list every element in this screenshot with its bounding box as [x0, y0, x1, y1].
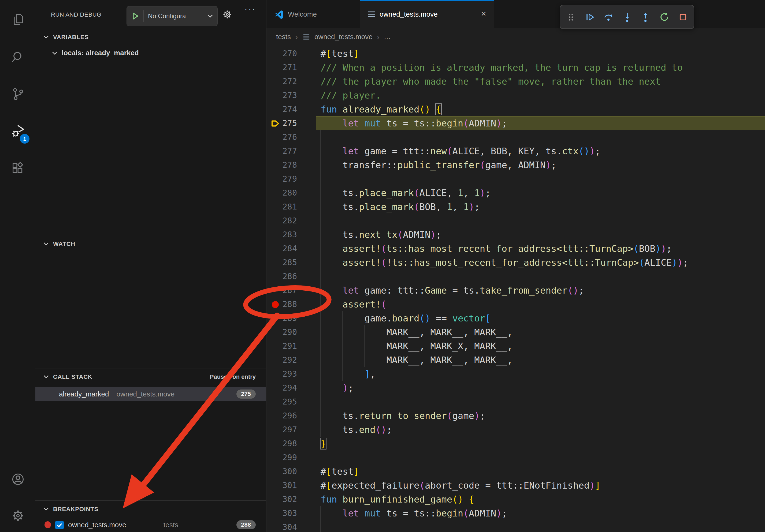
continue-button[interactable] [582, 7, 598, 27]
code-text: MARK__, MARK_X, MARK__, [321, 339, 512, 353]
code-line-293[interactable]: 293 ], [267, 367, 765, 381]
code-line-274[interactable]: 274fun already_marked() { [267, 102, 765, 116]
code-line-302[interactable]: 302fun burn_unfinished_game() { [267, 492, 765, 506]
token-pl: ; [666, 243, 672, 254]
code-line-298[interactable]: 298} [267, 437, 765, 450]
stop-button[interactable] [675, 7, 691, 27]
tab-owned-tests-move[interactable]: owned_tests.move × [360, 0, 494, 28]
run-and-debug-icon[interactable]: 1 [0, 116, 35, 146]
code-line-301[interactable]: 301#[expected_failure(abort_code = ttt::… [267, 478, 765, 492]
code-line-304[interactable]: 304 [267, 520, 765, 532]
code-line-296[interactable]: 296 ts.return_to_sender(game); [267, 409, 765, 423]
breadcrumb-more[interactable]: … [384, 33, 391, 41]
indent-guide [320, 395, 321, 409]
token-fn: ts::has_most_recent_for_address<ttt::Tur… [386, 243, 633, 254]
code-line-278[interactable]: 278 transfer::public_transfer(game, ADMI… [267, 158, 765, 172]
code-line-295[interactable]: 295 [267, 395, 765, 409]
step-into-button[interactable] [619, 7, 635, 27]
breakpoints-section-header[interactable]: BREAKPOINTS [35, 501, 266, 516]
code-text: let game = ttt::new(ALICE, BOB, KEY, ts.… [321, 144, 600, 158]
code-line-275[interactable]: 275 let mut ts = ts::begin(ADMIN); [267, 116, 765, 130]
token-b3: ) [425, 313, 430, 324]
call-stack-frame-row[interactable]: already_marked owned_tests.move 275 [35, 387, 266, 401]
variables-section-header[interactable]: VARIABLES [35, 30, 266, 45]
line-number: 291 [275, 339, 297, 353]
search-icon[interactable] [0, 42, 35, 72]
more-actions-icon[interactable]: ··· [245, 4, 256, 14]
watch-section-header[interactable]: WATCH [35, 236, 266, 251]
code-line-283[interactable]: 283 ts.next_tx(ADMIN); [267, 228, 765, 242]
token-b2: ( [381, 243, 386, 254]
configuration-dropdown-label[interactable]: No Configura [144, 12, 207, 20]
token-b1: ] [595, 480, 601, 491]
account-icon[interactable] [0, 464, 35, 494]
code-line-282[interactable]: 282 [267, 214, 765, 228]
breadcrumb-folder[interactable]: tests [276, 33, 291, 41]
indent-guide [320, 269, 321, 283]
call-stack-section-header[interactable]: CALL STACK Paused on entry [35, 369, 266, 384]
start-debugging-button[interactable] [127, 10, 144, 22]
launch-configuration-control[interactable]: No Configura [127, 6, 218, 26]
code-line-300[interactable]: 300#[test] [267, 464, 765, 478]
token-pl: ALICE, BOB, KEY, ts. [452, 146, 562, 156]
step-out-button[interactable] [638, 7, 654, 27]
token-pl: # [321, 48, 326, 59]
breakpoint-row[interactable]: owned_tests.move tests 288 [35, 518, 266, 532]
code-line-272[interactable]: 272/// the player who made the "false" m… [267, 75, 765, 89]
token-pl [321, 118, 343, 129]
tab-welcome[interactable]: Welcome [267, 0, 360, 28]
breakpoint-dot-icon [45, 521, 51, 528]
code-line-276[interactable]: 276 [267, 130, 765, 144]
extensions-icon[interactable] [0, 153, 35, 183]
breakpoint-file-name: owned_tests.move [68, 521, 126, 529]
vscode-logo-icon [275, 9, 284, 19]
code-line-287[interactable]: 287 let game: ttt::Game = ts.take_from_s… [267, 283, 765, 297]
code-line-281[interactable]: 281 ts.place_mark(BOB, 1, 1); [267, 200, 765, 214]
source-control-icon[interactable] [0, 79, 35, 109]
token-type: vector [452, 313, 485, 324]
code-line-288[interactable]: 288 assert!( [267, 297, 765, 311]
code-line-299[interactable]: 299 [267, 450, 765, 464]
restart-button[interactable] [656, 7, 672, 27]
code-line-279[interactable]: 279 [267, 172, 765, 186]
vscode-window: 1 [0, 0, 765, 532]
code-line-271[interactable]: 271/// When a position is already marked… [267, 61, 765, 75]
code-line-292[interactable]: 292 MARK__, MARK__, MARK__, [267, 353, 765, 367]
token-pl: == [430, 313, 452, 324]
token-fn: ctx [562, 146, 578, 156]
code-line-284[interactable]: 284 assert!(ts::has_most_recent_for_addr… [267, 242, 765, 256]
line-number: 283 [275, 228, 297, 242]
code-line-294[interactable]: 294 ); [267, 381, 765, 395]
token-pl: ADMIN [469, 508, 496, 519]
code-line-297[interactable]: 297 ts.end(); [267, 423, 765, 437]
settings-gear-icon[interactable] [0, 500, 35, 530]
code-line-290[interactable]: 290 MARK__, MARK__, MARK__, [267, 325, 765, 339]
breakpoint-folder-name: tests [164, 521, 178, 529]
code-line-273[interactable]: 273/// player. [267, 89, 765, 102]
line-number: 285 [275, 256, 297, 269]
code-line-270[interactable]: 270#[test] [267, 47, 765, 61]
step-over-button[interactable] [600, 7, 616, 27]
token-b2: ) [469, 201, 474, 212]
code-line-291[interactable]: 291 MARK__, MARK_X, MARK__, [267, 339, 765, 353]
debug-settings-gear-icon[interactable] [222, 9, 233, 20]
breakpoint-checkbox[interactable] [55, 520, 64, 529]
token-b1: ( [452, 494, 458, 505]
line-number: 303 [275, 506, 297, 520]
token-b2: ( [376, 424, 381, 435]
breadcrumb-file[interactable]: owned_tests.move [315, 33, 373, 41]
close-icon[interactable]: × [479, 9, 488, 19]
code-line-280[interactable]: 280 ts.place_mark(ALICE, 1, 1); [267, 186, 765, 200]
code-line-277[interactable]: 277 let game = ttt::new(ALICE, BOB, KEY,… [267, 144, 765, 158]
token-b3: ) [655, 243, 661, 254]
locals-scope-row[interactable]: locals: already_marked [35, 46, 266, 60]
token-pl: ts. [321, 410, 359, 421]
token-fn: new [430, 146, 446, 156]
code-line-286[interactable]: 286 [267, 269, 765, 283]
code-line-285[interactable]: 285 assert!(!ts::has_most_recent_for_add… [267, 256, 765, 269]
explorer-icon[interactable] [0, 4, 35, 34]
code-viewport[interactable]: 270#[test]271/// When a position is alre… [267, 46, 765, 532]
code-line-289[interactable]: 289 game.board() == vector[ [267, 311, 765, 325]
code-line-303[interactable]: 303 let mut ts = ts::begin(ADMIN); [267, 506, 765, 520]
toolbar-drag-gripper[interactable] [563, 7, 579, 27]
